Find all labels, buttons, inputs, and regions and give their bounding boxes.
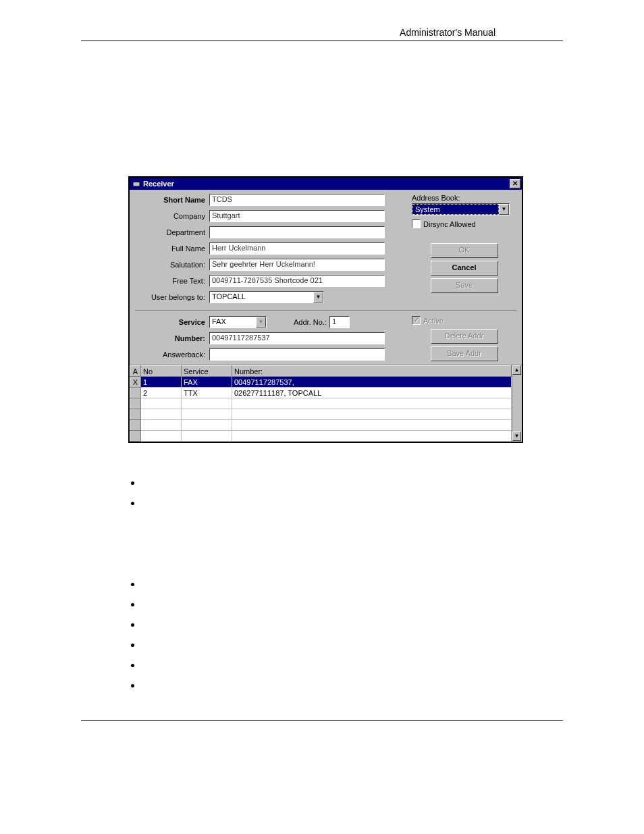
scroll-up-icon[interactable]: ▲ bbox=[512, 365, 521, 375]
salutation-input[interactable]: Sehr geehrter Herr Uckelmann! bbox=[209, 259, 385, 271]
salutation-label: Salutation: bbox=[135, 261, 209, 269]
table-row[interactable] bbox=[130, 398, 512, 409]
full-name-label: Full Name bbox=[135, 244, 209, 253]
active-label: Active bbox=[423, 317, 444, 325]
page-footer-rule bbox=[81, 720, 563, 721]
grid-header-a[interactable]: A bbox=[130, 366, 141, 377]
table-row[interactable]: 2TTX026277111187, TOPCALL bbox=[130, 388, 512, 398]
address-book-label: Address Book: bbox=[412, 194, 516, 202]
addr-no-label: Addr. No.: bbox=[294, 318, 327, 326]
addr-no-input[interactable]: 1 bbox=[329, 316, 350, 328]
svg-rect-1 bbox=[133, 181, 140, 182]
save-button[interactable]: Save bbox=[431, 278, 498, 293]
dirsync-checkbox[interactable] bbox=[412, 219, 421, 228]
free-text-input[interactable]: 0049711-7287535 Shortcode 021 bbox=[209, 275, 385, 287]
dialog-title: Receiver bbox=[143, 180, 510, 188]
short-name-label: Short Name bbox=[135, 196, 209, 204]
department-input[interactable] bbox=[209, 226, 385, 238]
service-label: Service bbox=[135, 318, 209, 326]
bullet-list-2 bbox=[128, 578, 563, 700]
grid-header-number[interactable]: Number: bbox=[232, 366, 512, 377]
free-text-label: Free Text: bbox=[135, 277, 209, 285]
answerback-input[interactable] bbox=[209, 348, 385, 361]
ok-button[interactable]: OK bbox=[431, 243, 498, 258]
chevron-down-icon: ▼ bbox=[256, 317, 266, 328]
address-book-select[interactable]: System ▼ bbox=[412, 203, 510, 215]
grid-scrollbar[interactable]: ▲ ▼ bbox=[512, 365, 522, 441]
chevron-down-icon[interactable]: ▼ bbox=[313, 292, 323, 303]
number-input[interactable]: 00497117287537 bbox=[209, 332, 385, 344]
save-addr-button[interactable]: Save Addr bbox=[431, 346, 498, 361]
table-row[interactable] bbox=[130, 431, 512, 442]
user-belongs-select[interactable]: TOPCALL ▼ bbox=[209, 291, 324, 303]
scroll-down-icon[interactable]: ▼ bbox=[512, 432, 521, 441]
user-belongs-label: User belongs to: bbox=[135, 293, 209, 301]
short-name-input[interactable]: TCDS bbox=[209, 194, 385, 206]
grid-header-no[interactable]: No bbox=[141, 366, 182, 377]
table-row[interactable] bbox=[130, 420, 512, 431]
table-row[interactable] bbox=[130, 409, 512, 420]
chevron-down-icon[interactable]: ▼ bbox=[499, 204, 509, 215]
company-label: Company bbox=[135, 212, 209, 220]
receiver-dialog: Receiver ✕ Short Name TCDS Company Stutt… bbox=[128, 176, 523, 443]
answerback-label: Answerback: bbox=[135, 350, 209, 359]
bullet-list-1 bbox=[128, 477, 563, 700]
number-label: Number: bbox=[135, 334, 209, 342]
table-row[interactable]: X1FAX00497117287537, bbox=[130, 377, 512, 388]
full-name-input[interactable]: Herr Uckelmann bbox=[209, 242, 385, 255]
delete-addr-button[interactable]: Delete Addr bbox=[431, 329, 498, 344]
company-input[interactable]: Stuttgart bbox=[209, 210, 385, 222]
dirsync-label: Dirsync Allowed bbox=[423, 220, 476, 228]
department-label: Department bbox=[135, 228, 209, 236]
grid-header-service[interactable]: Service bbox=[182, 366, 232, 377]
page-header: Administrator's Manual bbox=[81, 27, 563, 41]
app-icon bbox=[132, 180, 140, 188]
address-grid[interactable]: A No Service Number: X1FAX00497117287537… bbox=[130, 365, 522, 442]
service-select[interactable]: FAX ▼ bbox=[209, 316, 267, 328]
titlebar[interactable]: Receiver ✕ bbox=[130, 178, 522, 190]
active-checkbox: ✓ bbox=[412, 316, 421, 325]
close-button[interactable]: ✕ bbox=[510, 179, 520, 188]
cancel-button[interactable]: Cancel bbox=[431, 261, 498, 276]
